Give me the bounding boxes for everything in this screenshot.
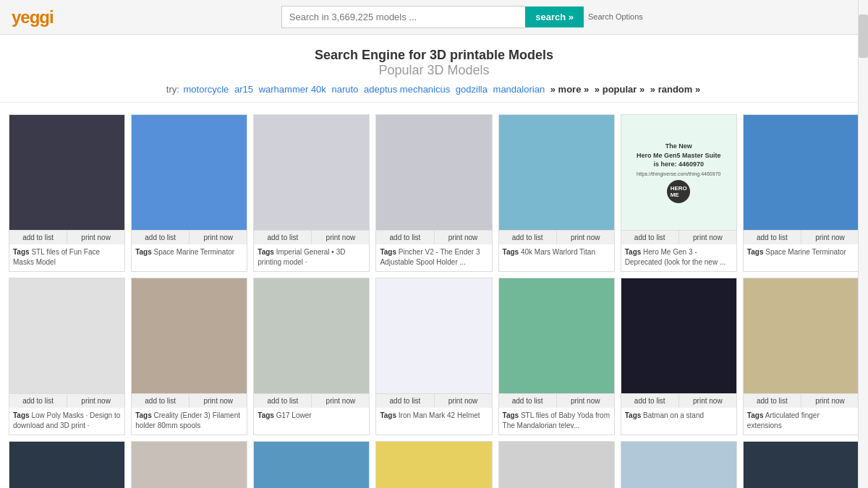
scrollbar[interactable] (858, 0, 868, 488)
add-to-list-button[interactable]: add to list (376, 394, 434, 408)
card-image[interactable] (9, 115, 124, 230)
tags-label: Tags (258, 248, 274, 256)
tag-link-mandalorian[interactable]: mandalorian (493, 84, 545, 95)
card-image[interactable] (9, 442, 124, 488)
card-image[interactable] (499, 278, 614, 393)
print-now-button[interactable]: print now (557, 394, 614, 408)
add-to-list-button[interactable]: add to list (744, 394, 801, 408)
nav-links: » more » » popular » » random » (549, 84, 702, 95)
tag-link-motorcycle[interactable]: motorcycle (184, 84, 229, 95)
card-actions: add to listprint now (376, 393, 491, 408)
logo[interactable]: yeggi (12, 7, 54, 27)
search-button[interactable]: search » (525, 7, 584, 27)
cards-grid: add to listprint nowTags STL files of Fu… (9, 114, 859, 488)
tags-label: Tags (13, 248, 30, 256)
card (498, 441, 615, 488)
card-actions: add to listprint now (499, 393, 614, 408)
print-now-button[interactable]: print now (67, 394, 124, 408)
tags-label: Tags (380, 411, 396, 419)
card-actions: add to listprint now (132, 230, 247, 244)
hero-title: Search Engine for 3D printable Models (0, 48, 868, 63)
card-image[interactable] (132, 442, 247, 488)
print-now-button[interactable]: print now (67, 231, 124, 244)
card-image[interactable] (132, 278, 247, 393)
add-to-list-button[interactable]: add to list (9, 394, 67, 408)
card: add to listprint nowTags Pincher V2 - Th… (375, 114, 492, 272)
nav-link[interactable]: » random » (650, 84, 700, 95)
card-actions: add to listprint now (499, 230, 614, 244)
card-image[interactable] (254, 278, 369, 393)
print-now-button[interactable]: print now (557, 231, 614, 244)
add-to-list-button[interactable]: add to list (621, 231, 679, 244)
tags-label: Tags (503, 411, 519, 419)
card-actions: add to listprint now (621, 393, 736, 408)
add-to-list-button[interactable]: add to list (9, 231, 67, 244)
tags-label: Tags (747, 411, 764, 419)
card-tags: Tags Pincher V2 - The Ender 3 Adjustable… (376, 244, 491, 271)
card (621, 441, 737, 488)
card-image[interactable] (499, 442, 614, 488)
card-image[interactable] (132, 115, 247, 230)
card-image[interactable] (254, 115, 369, 230)
card-image[interactable] (9, 278, 124, 393)
search-options-link[interactable]: Search Options (588, 12, 643, 22)
card-image[interactable] (744, 278, 859, 393)
print-now-button[interactable]: print now (190, 231, 247, 244)
add-to-list-button[interactable]: add to list (376, 231, 434, 244)
tag-link-adeptus-mechanicus[interactable]: adeptus mechanicus (364, 84, 450, 95)
add-to-list-button[interactable]: add to list (744, 231, 801, 244)
tag-link-naruto[interactable]: naruto (331, 84, 358, 95)
card-actions: add to listprint now (744, 393, 859, 408)
card-actions: add to listprint now (744, 230, 859, 244)
print-now-button[interactable]: print now (679, 231, 736, 244)
nav-link[interactable]: » more » (550, 84, 589, 95)
card-image[interactable] (376, 442, 491, 488)
card-image[interactable] (621, 442, 736, 488)
add-to-list-button[interactable]: add to list (254, 394, 312, 408)
print-now-button[interactable]: print now (190, 394, 247, 408)
card-actions: add to listprint now (376, 230, 491, 244)
card-image[interactable]: The NewHero Me Gen5 Master Suiteis here:… (621, 115, 736, 230)
hero: Search Engine for 3D printable Models Po… (0, 35, 868, 103)
card-tags: Tags 40k Mars Warlord Titan (499, 244, 614, 261)
card-tags: Tags Space Marine Terminator (744, 244, 859, 261)
print-now-button[interactable]: print now (312, 231, 369, 244)
search-input[interactable] (281, 6, 525, 28)
tag-link-godzilla[interactable]: godzilla (456, 84, 488, 95)
tag-link-warhammer-40k[interactable]: warhammer 40k (259, 84, 326, 95)
add-to-list-button[interactable]: add to list (254, 231, 312, 244)
card-tags: Tags STL files of Baby Yoda from The Man… (499, 408, 614, 435)
print-now-button[interactable]: print now (435, 394, 492, 408)
card-image[interactable] (376, 278, 491, 393)
print-now-button[interactable]: print now (312, 394, 369, 408)
add-to-list-button[interactable]: add to list (499, 231, 557, 244)
tag-link-ar15[interactable]: ar15 (234, 84, 253, 95)
card-image[interactable] (254, 442, 369, 488)
nav-link[interactable]: » popular » (595, 84, 644, 95)
print-now-button[interactable]: print now (435, 231, 492, 244)
print-now-button[interactable]: print now (801, 394, 859, 408)
card: add to listprint nowTags Iron Man Mark 4… (375, 278, 492, 435)
card: add to listprint nowTags STL files of Fu… (9, 114, 125, 272)
add-to-list-button[interactable]: add to list (132, 231, 190, 244)
tags-label: Tags (380, 248, 396, 256)
card-image[interactable] (744, 115, 859, 230)
add-to-list-button[interactable]: add to list (132, 394, 190, 408)
card-image[interactable] (376, 115, 491, 230)
card-image[interactable] (499, 115, 614, 230)
scroll-thumb[interactable] (859, 14, 868, 58)
card-image[interactable] (744, 442, 859, 488)
print-now-button[interactable]: print now (679, 394, 736, 408)
add-to-list-button[interactable]: add to list (621, 394, 679, 408)
card-tags: Tags Hero Me Gen 3 - Deprecated (look fo… (621, 244, 736, 271)
card-image[interactable] (621, 278, 736, 393)
tags-label: Tags (747, 248, 764, 256)
print-now-button[interactable]: print now (801, 231, 859, 244)
card-tags: Tags Low Poly Masks · Design to download… (9, 408, 124, 435)
card (375, 441, 492, 488)
card-actions: add to listprint now (9, 393, 124, 408)
card-tags: Tags Imperial General • 3D printing mode… (254, 244, 369, 271)
card-actions: add to listprint now (254, 393, 369, 408)
add-to-list-button[interactable]: add to list (499, 394, 557, 408)
card: add to listprint nowTags Low Poly Masks … (9, 278, 125, 435)
